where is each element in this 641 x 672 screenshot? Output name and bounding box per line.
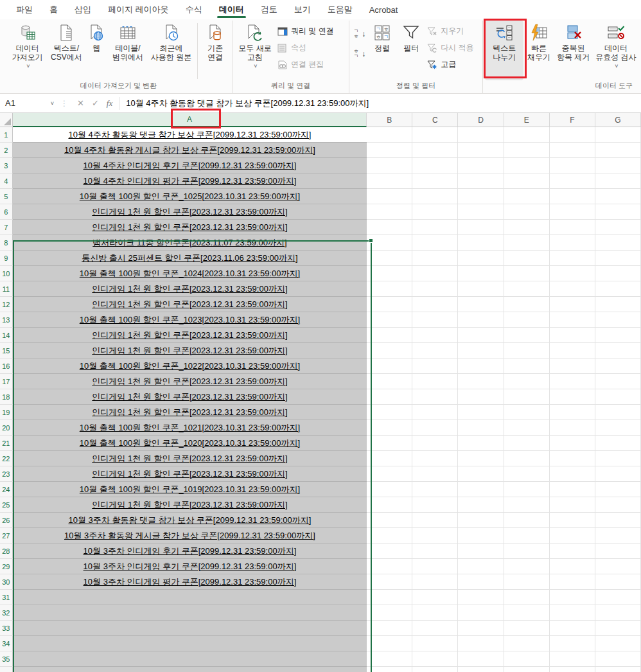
cell-F14[interactable] [550, 328, 595, 343]
cell-B23[interactable] [367, 466, 412, 482]
existing-connections-button[interactable]: 기존 연결 [200, 21, 230, 80]
cell-G6[interactable] [595, 204, 641, 220]
cell-D20[interactable] [458, 420, 504, 436]
row-header-30[interactable]: 30 [0, 574, 13, 590]
cell-E9[interactable] [504, 251, 550, 266]
cell-A16[interactable]: 10월 출첵 100원 할인 쿠폰_1022[2023.10.31 23:59:… [13, 358, 367, 374]
row-header-11[interactable]: 11 [0, 281, 13, 297]
cell-B24[interactable] [367, 482, 412, 497]
cell-F2[interactable] [550, 143, 595, 158]
cell-E29[interactable] [504, 559, 550, 574]
get-data-button[interactable]: 데이터 가져오기 ˅ [7, 21, 48, 80]
cell-C17[interactable] [412, 374, 458, 389]
cell-E27[interactable] [504, 528, 550, 544]
cell-F28[interactable] [550, 544, 595, 559]
cell-B27[interactable] [367, 528, 412, 544]
cell-A27[interactable]: 10월 3주차 활동왕 게시글 참가 보상 쿠폰[2099.12.31 23:5… [13, 528, 367, 544]
cell-B12[interactable] [367, 297, 412, 312]
cell-C11[interactable] [412, 281, 458, 297]
cell-F6[interactable] [550, 204, 595, 220]
cell-A8[interactable]: 뱀서라이크 11종 할인쿠폰[2023.11.07 23:59:00까지] [13, 235, 367, 251]
formula-bar-handle-icon[interactable]: ⋮ [58, 99, 71, 108]
cell-C16[interactable] [412, 358, 458, 374]
refresh-all-button[interactable]: 모두 새로 고침 ˅ [234, 21, 276, 80]
queries-connections-button[interactable]: 쿼리 및 연결 [276, 24, 336, 38]
cell-F3[interactable] [550, 158, 595, 173]
cell-E34[interactable] [504, 636, 550, 651]
cell-F25[interactable] [550, 497, 595, 513]
cell-C19[interactable] [412, 405, 458, 420]
cell-A13[interactable]: 10월 출첵 100원 할인 쿠폰_1023[2023.10.31 23:59:… [13, 312, 367, 328]
row-header-4[interactable]: 4 [0, 173, 13, 189]
cell-G26[interactable] [595, 513, 641, 528]
cell-G10[interactable] [595, 266, 641, 281]
cell-B11[interactable] [367, 281, 412, 297]
cell-A9[interactable]: 통신방 출시 25퍼센트 할인 쿠폰[2023.11.06 23:59:00까지… [13, 251, 367, 266]
cell-F30[interactable] [550, 574, 595, 590]
cell-C12[interactable] [412, 297, 458, 312]
cell-C21[interactable] [412, 436, 458, 451]
row-header-16[interactable]: 16 [0, 358, 13, 374]
cell-C6[interactable] [412, 204, 458, 220]
cell-G34[interactable] [595, 636, 641, 651]
row-header-14[interactable]: 14 [0, 328, 13, 343]
cell-G5[interactable] [595, 189, 641, 204]
cell-D7[interactable] [458, 220, 504, 235]
cell-B35[interactable] [367, 651, 412, 667]
cell-D25[interactable] [458, 497, 504, 513]
cell-B34[interactable] [367, 636, 412, 651]
row-header-5[interactable]: 5 [0, 189, 13, 204]
cell-A18[interactable]: 인디게임 1천 원 할인 쿠폰[2023.12.31 23:59:00까지] [13, 389, 367, 405]
cell-C9[interactable] [412, 251, 458, 266]
cell-A21[interactable]: 10월 출첵 100원 할인 쿠폰_1020[2023.10.31 23:59:… [13, 436, 367, 451]
sort-button[interactable]: ㄱ ㅎ ㅎ ㄱ 정렬 [367, 21, 397, 80]
cell-F4[interactable] [550, 173, 595, 189]
cell-C24[interactable] [412, 482, 458, 497]
from-web-button[interactable]: 웹 [85, 21, 108, 80]
cell-B19[interactable] [367, 405, 412, 420]
recent-sources-button[interactable]: 최근에 사용한 원본 [148, 21, 195, 80]
cell-G8[interactable] [595, 235, 641, 251]
cell-E14[interactable] [504, 328, 550, 343]
cell-D21[interactable] [458, 436, 504, 451]
row-header-36[interactable]: 36 [0, 667, 13, 672]
cell-B7[interactable] [367, 220, 412, 235]
name-box[interactable]: A1 ˅ [1, 96, 58, 111]
row-header-12[interactable]: 12 [0, 297, 13, 312]
cell-G15[interactable] [595, 343, 641, 358]
cell-D15[interactable] [458, 343, 504, 358]
cell-C32[interactable] [412, 605, 458, 621]
cell-D10[interactable] [458, 266, 504, 281]
cell-B16[interactable] [367, 358, 412, 374]
column-header-b[interactable]: B [367, 113, 412, 127]
cell-E24[interactable] [504, 482, 550, 497]
formula-input[interactable]: 10월 4주차 활동왕 댓글 참가 보상 쿠폰[2099.12.31 23:59… [119, 98, 369, 109]
cell-F9[interactable] [550, 251, 595, 266]
cell-F16[interactable] [550, 358, 595, 374]
cell-A12[interactable]: 인디게임 1천 원 할인 쿠폰[2023.12.31 23:59:00까지] [13, 297, 367, 312]
cell-B30[interactable] [367, 574, 412, 590]
cell-B6[interactable] [367, 204, 412, 220]
cell-C13[interactable] [412, 312, 458, 328]
cell-F18[interactable] [550, 389, 595, 405]
cell-D36[interactable] [458, 667, 504, 672]
cell-C34[interactable] [412, 636, 458, 651]
cell-E28[interactable] [504, 544, 550, 559]
cell-F8[interactable] [550, 235, 595, 251]
cell-C27[interactable] [412, 528, 458, 544]
cell-E2[interactable] [504, 143, 550, 158]
cell-B10[interactable] [367, 266, 412, 281]
cell-B8[interactable] [367, 235, 412, 251]
cell-A15[interactable]: 인디게임 1천 원 할인 쿠폰[2023.12.31 23:59:00까지] [13, 343, 367, 358]
cell-B15[interactable] [367, 343, 412, 358]
cell-C36[interactable] [412, 667, 458, 672]
cell-D24[interactable] [458, 482, 504, 497]
cell-A36[interactable] [13, 667, 367, 672]
cell-G2[interactable] [595, 143, 641, 158]
cell-F10[interactable] [550, 266, 595, 281]
cell-E35[interactable] [504, 651, 550, 667]
cell-D4[interactable] [458, 173, 504, 189]
cell-E26[interactable] [504, 513, 550, 528]
cell-C22[interactable] [412, 451, 458, 466]
cell-G36[interactable] [595, 667, 641, 672]
